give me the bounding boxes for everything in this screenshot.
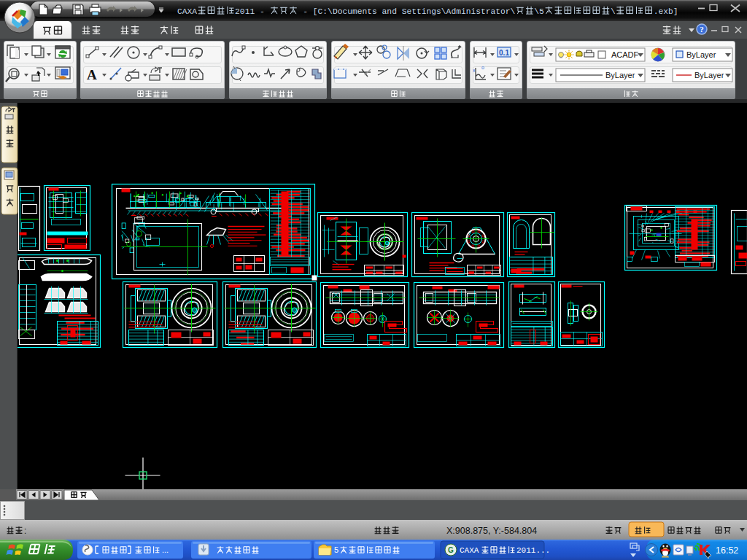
svg-text:ByLayer: ByLayer — [686, 50, 716, 59]
svg-text:CAXA: CAXA — [177, 7, 197, 16]
svg-text:\: \ — [611, 7, 616, 16]
svg-text:G: G — [448, 546, 454, 554]
svg-text:16:52: 16:52 — [716, 545, 738, 556]
svg-text:ByLayer: ByLayer — [694, 71, 724, 79]
svg-text:.exb]: .exb] — [654, 7, 678, 16]
svg-text:X:908.875, Y:-584.804: X:908.875, Y:-584.804 — [446, 526, 537, 536]
svg-text:0.1: 0.1 — [499, 49, 509, 57]
svg-text:2011...: 2011... — [516, 546, 550, 555]
svg-text:?: ? — [700, 25, 704, 34]
svg-text::: : — [24, 526, 26, 536]
svg-text:ByLayer: ByLayer — [605, 71, 635, 79]
svg-text:o: o — [481, 65, 484, 70]
svg-text:- [C:\Documents and Settings\A: - [C:\Documents and Settings\Administrat… — [298, 7, 516, 16]
svg-text:x: x — [473, 68, 476, 73]
svg-text:ACADF: ACADF — [611, 50, 639, 59]
svg-text:CAXA: CAXA — [460, 546, 479, 555]
svg-text:A: A — [87, 67, 97, 82]
svg-text:...: ... — [162, 545, 169, 554]
svg-text:5: 5 — [334, 545, 338, 554]
svg-text:2011 -: 2011 - — [235, 7, 269, 16]
svg-text:\5: \5 — [534, 7, 544, 16]
